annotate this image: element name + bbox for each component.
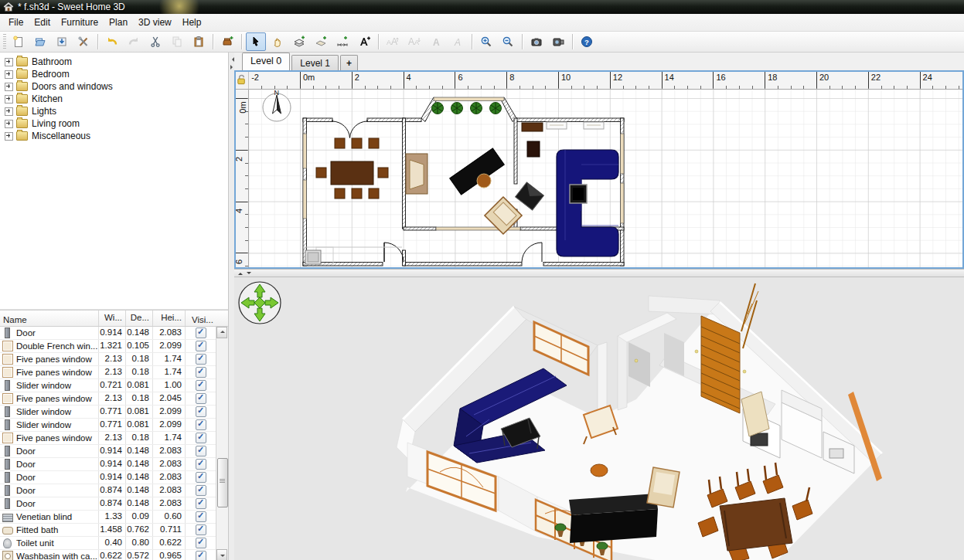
scroll-down-arrow-icon[interactable] xyxy=(216,549,227,560)
expand-plus-icon[interactable] xyxy=(5,120,13,128)
menu-3d-view[interactable]: 3D view xyxy=(133,15,177,30)
help-icon[interactable]: ? xyxy=(577,32,597,51)
plan-coffee-table[interactable] xyxy=(570,185,587,203)
table-row[interactable]: Door0.9140.1482.083 xyxy=(0,458,216,471)
column-header-2[interactable]: De... xyxy=(126,311,153,326)
create-rooms-icon[interactable] xyxy=(311,32,331,51)
title-bar[interactable]: * f.sh3d - Sweet Home 3D xyxy=(0,0,964,14)
table-row[interactable]: Toilet unit0.400.800.622 xyxy=(0,537,216,550)
italic-icon[interactable]: A xyxy=(448,32,468,51)
tree-item-doors-and-windows[interactable]: Doors and windows xyxy=(0,80,228,93)
tree-item-bedroom[interactable]: Bedroom xyxy=(0,68,228,80)
visible-checkbox[interactable] xyxy=(196,538,206,548)
table-row[interactable]: Slider window0.7710.0812.099 xyxy=(0,419,216,432)
tab-level-0[interactable]: Level 0 xyxy=(242,53,290,70)
stool-3d[interactable] xyxy=(591,464,608,477)
table-row[interactable]: Door0.9140.1482.083 xyxy=(0,471,216,484)
pan-icon[interactable] xyxy=(267,32,288,51)
visible-checkbox[interactable] xyxy=(196,433,206,443)
expand-plus-icon[interactable] xyxy=(5,83,13,91)
decrease-text-size-icon[interactable]: AA xyxy=(404,32,424,51)
menu-file[interactable]: File xyxy=(3,15,29,30)
tree-item-bathroom[interactable]: Bathroom xyxy=(0,56,228,68)
toolbar-grip[interactable] xyxy=(3,34,6,49)
new-home-icon[interactable] xyxy=(9,32,29,51)
table-row[interactable]: Washbasin with ca...0.6220.5720.965 xyxy=(0,550,216,560)
preferences-icon[interactable] xyxy=(73,32,94,51)
menu-help[interactable]: Help xyxy=(177,15,207,30)
visible-checkbox[interactable] xyxy=(196,419,206,430)
view-3d[interactable] xyxy=(234,277,964,560)
visible-checkbox[interactable] xyxy=(196,406,206,417)
plan-canvas[interactable]: N xyxy=(248,89,963,267)
visible-checkbox[interactable] xyxy=(196,524,206,535)
tree-item-lights[interactable]: Lights xyxy=(0,105,228,117)
visible-checkbox[interactable] xyxy=(196,485,206,496)
tab-level-1[interactable]: Level 1 xyxy=(291,55,339,70)
visible-checkbox[interactable] xyxy=(196,459,206,470)
expand-up-icon[interactable] xyxy=(238,270,243,275)
table-row[interactable]: Five panes window2.130.181.74 xyxy=(0,366,216,379)
column-header-1[interactable]: Wi... xyxy=(99,311,126,326)
plan-armchair[interactable] xyxy=(406,154,427,194)
table-row[interactable]: Venetian blind1.330.090.60 xyxy=(0,511,216,524)
plan-view[interactable]: -20m24681012141618202224 0m246 xyxy=(234,70,964,269)
undo-icon[interactable] xyxy=(102,32,122,51)
increase-text-size-icon[interactable]: AA xyxy=(383,32,403,51)
visible-checkbox[interactable] xyxy=(196,341,206,351)
table-row[interactable]: Door0.9140.1482.083 xyxy=(0,445,216,458)
video-icon[interactable] xyxy=(548,32,568,51)
menu-plan[interactable]: Plan xyxy=(104,15,133,30)
table-row[interactable]: Five panes window2.130.181.74 xyxy=(0,353,216,366)
cut-icon[interactable] xyxy=(145,32,165,51)
save-icon[interactable] xyxy=(52,32,72,51)
menu-edit[interactable]: Edit xyxy=(29,15,56,30)
expand-plus-icon[interactable] xyxy=(5,58,13,66)
sideboard-3d[interactable] xyxy=(569,494,658,543)
scene-3d[interactable] xyxy=(234,277,964,560)
scroll-up-arrow-icon[interactable] xyxy=(216,327,227,338)
visible-checkbox[interactable] xyxy=(196,354,206,365)
visible-checkbox[interactable] xyxy=(196,511,206,522)
visible-checkbox[interactable] xyxy=(196,498,206,509)
plan-desk[interactable] xyxy=(522,123,543,131)
expand-plus-icon[interactable] xyxy=(5,70,13,79)
visible-checkbox[interactable] xyxy=(196,367,206,378)
bold-icon[interactable]: A xyxy=(426,32,446,51)
visible-checkbox[interactable] xyxy=(196,393,206,404)
paste-icon[interactable] xyxy=(189,32,209,51)
table-row[interactable]: Door0.9140.1482.083 xyxy=(0,327,216,340)
tree-item-living-room[interactable]: Living room xyxy=(0,117,228,130)
table-row[interactable]: Double French win...1.3210.1052.099 xyxy=(0,340,216,353)
collapse-right-icon[interactable] xyxy=(230,65,235,70)
column-header-3[interactable]: Hei... xyxy=(153,311,186,326)
create-walls-icon[interactable] xyxy=(289,32,309,51)
table-row[interactable]: Five panes window2.130.181.74 xyxy=(0,432,216,445)
table-row[interactable]: Fitted bath1.4580.7620.711 xyxy=(0,524,216,537)
table-row[interactable]: Door0.8740.1482.083 xyxy=(0,497,216,511)
lounge-chair-3d[interactable] xyxy=(647,467,680,507)
zoom-out-icon[interactable] xyxy=(498,32,518,51)
table-row[interactable]: Door0.8740.1482.083 xyxy=(0,484,216,497)
zoom-in-icon[interactable] xyxy=(476,32,496,51)
visible-checkbox[interactable] xyxy=(196,446,206,456)
visible-checkbox[interactable] xyxy=(196,551,206,560)
column-header-0[interactable]: Name xyxy=(0,311,99,326)
select-icon[interactable] xyxy=(246,32,266,51)
expand-plus-icon[interactable] xyxy=(5,132,13,141)
menu-furniture[interactable]: Furniture xyxy=(56,15,104,30)
add-furniture-icon[interactable] xyxy=(217,32,237,51)
column-header-4[interactable]: Visi... xyxy=(186,311,216,326)
vertical-splitter[interactable] xyxy=(229,53,234,560)
plan-washer[interactable] xyxy=(305,250,321,264)
visible-checkbox[interactable] xyxy=(196,328,206,338)
visible-checkbox[interactable] xyxy=(196,472,206,483)
table-row[interactable]: Slider window0.7210.0811.00 xyxy=(0,379,216,392)
redo-icon[interactable] xyxy=(124,32,144,51)
visible-checkbox[interactable] xyxy=(196,380,206,391)
horizontal-splitter[interactable] xyxy=(234,269,964,277)
tree-item-kitchen[interactable]: Kitchen xyxy=(0,93,228,105)
expand-down-icon[interactable] xyxy=(247,272,251,277)
create-dimensions-icon[interactable] xyxy=(332,32,353,51)
tree-item-miscellaneous[interactable]: Miscellaneous xyxy=(0,130,228,142)
